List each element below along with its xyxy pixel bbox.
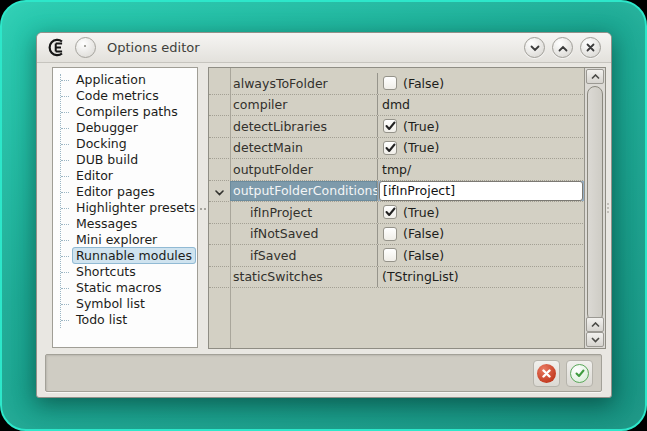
coedit-logo-icon: [47, 38, 67, 57]
sidebar-item-label: Runnable modules: [72, 247, 196, 264]
sidebar-item-label: Code metrics: [72, 87, 163, 104]
text-value-label: (TStringList): [382, 269, 459, 284]
property-name[interactable]: ifInProject: [230, 202, 377, 223]
property-row-alwaystofolder[interactable]: alwaysToFolder(False): [209, 73, 585, 95]
sidebar-item-compilers-paths[interactable]: Compilers paths: [53, 104, 197, 120]
maximize-button[interactable]: [552, 37, 573, 58]
property-grid: alwaysToFolder(False)compilerdmddetectLi…: [208, 67, 606, 349]
checkbox-unchecked[interactable]: [383, 248, 397, 262]
close-button[interactable]: [580, 37, 601, 58]
property-name[interactable]: compiler: [230, 95, 377, 116]
property-row-outputfolder[interactable]: outputFoldertmp/: [209, 159, 585, 181]
sidebar-item-highlighter-presets[interactable]: Highlighter presets: [53, 200, 197, 216]
sidebar-item-shortcuts[interactable]: Shortcuts: [53, 264, 197, 280]
sidebar-item-label: Symbol list: [72, 295, 149, 312]
sidebar-item-label: Highlighter presets: [72, 199, 198, 216]
sidebar-item-messages[interactable]: Messages: [53, 216, 197, 232]
sidebar-tree: ApplicationCode metricsCompilers pathsDe…: [53, 72, 197, 328]
sidebar-item-dub-build[interactable]: DUB build: [53, 152, 197, 168]
footer-bar: [45, 354, 602, 392]
row-gutter: [209, 267, 230, 288]
screenshot-stage: Options editor ApplicationCode metricsCo…: [0, 0, 647, 431]
minimize-button[interactable]: [524, 37, 545, 58]
property-name[interactable]: ifSaved: [230, 245, 377, 266]
checkbox-checked[interactable]: [383, 119, 397, 133]
options-editor-window: Options editor ApplicationCode metricsCo…: [36, 32, 612, 398]
cancel-button[interactable]: [533, 360, 560, 387]
sidebar-item-code-metrics[interactable]: Code metrics: [53, 88, 197, 104]
bool-value-label: (True): [403, 140, 439, 155]
property-value: [377, 181, 585, 202]
sidebar-item-label: Editor: [72, 167, 117, 184]
property-row-detectmain[interactable]: detectMain(True): [209, 138, 585, 160]
sidebar-item-runnable-modules[interactable]: Runnable modules: [53, 248, 197, 264]
sidebar-item-editor-pages[interactable]: Editor pages: [53, 184, 197, 200]
property-name[interactable]: outputFolderConditions: [230, 181, 377, 202]
window-resize-grip[interactable]: [607, 203, 609, 213]
sidebar-item-label: Mini explorer: [72, 231, 161, 248]
outputfolderconditions-input[interactable]: [379, 181, 583, 201]
sidebar-item-label: Editor pages: [72, 183, 159, 200]
sidebar-item-label: Debugger: [72, 119, 142, 136]
scrollbar-thumb[interactable]: [587, 86, 603, 322]
window-menu-button[interactable]: [75, 37, 96, 58]
chevron-down-icon: [215, 181, 224, 200]
text-value-label: dmd: [382, 97, 410, 112]
sidebar-item-label: Messages: [72, 215, 141, 232]
titlebar[interactable]: Options editor: [37, 33, 611, 63]
bool-value-label: (False): [403, 76, 444, 91]
expand-toggle[interactable]: [209, 181, 230, 202]
sidebar-item-label: Compilers paths: [72, 103, 182, 120]
sidebar-item-todo-list[interactable]: Todo list: [53, 312, 197, 328]
sidebar-item-docking[interactable]: Docking: [53, 136, 197, 152]
property-name[interactable]: ifNotSaved: [230, 224, 377, 245]
bool-value-label: (True): [403, 205, 439, 220]
scroll-down-button[interactable]: [586, 332, 604, 347]
bool-value-label: (False): [403, 226, 444, 241]
checkbox-checked[interactable]: [383, 141, 397, 155]
chevron-up-icon: [558, 40, 568, 55]
property-name[interactable]: staticSwitches: [230, 267, 377, 288]
vertical-scrollbar[interactable]: [584, 68, 605, 348]
property-row-outputfolderconditions[interactable]: outputFolderConditions: [209, 181, 585, 203]
bool-value-label: (False): [403, 248, 444, 263]
sidebar-item-mini-explorer[interactable]: Mini explorer: [53, 232, 197, 248]
checkbox-unchecked[interactable]: [383, 76, 397, 90]
property-row-staticswitches[interactable]: staticSwitches(TStringList): [209, 267, 585, 289]
scroll-up-button[interactable]: [586, 69, 604, 84]
property-value: (True): [377, 138, 585, 159]
chevron-down-icon: [530, 40, 540, 55]
sidebar-item-editor[interactable]: Editor: [53, 168, 197, 184]
property-rows: alwaysToFolder(False)compilerdmddetectLi…: [209, 73, 585, 288]
sidebar-item-symbol-list[interactable]: Symbol list: [53, 296, 197, 312]
cancel-icon: [537, 364, 556, 383]
property-row-detectlibraries[interactable]: detectLibraries(True): [209, 116, 585, 138]
property-value: (True): [377, 202, 585, 223]
row-gutter: [209, 138, 230, 159]
scroll-up-secondary-button[interactable]: [586, 317, 604, 332]
row-gutter: [209, 73, 230, 94]
row-gutter: [209, 245, 230, 266]
property-name[interactable]: alwaysToFolder: [230, 73, 377, 94]
sidebar-item-static-macros[interactable]: Static macros: [53, 280, 197, 296]
sidebar-item-label: Todo list: [72, 311, 131, 328]
property-value: (False): [377, 73, 585, 94]
row-gutter: [209, 116, 230, 137]
property-name[interactable]: outputFolder: [230, 159, 377, 180]
sidebar-item-application[interactable]: Application: [53, 72, 197, 88]
property-row-ifinproject[interactable]: ifInProject(True): [209, 202, 585, 224]
accept-icon: [570, 364, 589, 383]
property-value: (TStringList): [377, 267, 585, 288]
checkbox-checked[interactable]: [383, 205, 397, 219]
property-row-compiler[interactable]: compilerdmd: [209, 95, 585, 117]
property-row-ifsaved[interactable]: ifSaved(False): [209, 245, 585, 267]
sidebar-item-label: Application: [72, 71, 150, 88]
property-name[interactable]: detectMain: [230, 138, 377, 159]
sidebar-item-debugger[interactable]: Debugger: [53, 120, 197, 136]
property-name[interactable]: detectLibraries: [230, 116, 377, 137]
property-value: (False): [377, 224, 585, 245]
accept-button[interactable]: [566, 360, 593, 387]
property-value: tmp/: [377, 159, 585, 180]
property-row-ifnotsaved[interactable]: ifNotSaved(False): [209, 224, 585, 246]
checkbox-unchecked[interactable]: [383, 227, 397, 241]
